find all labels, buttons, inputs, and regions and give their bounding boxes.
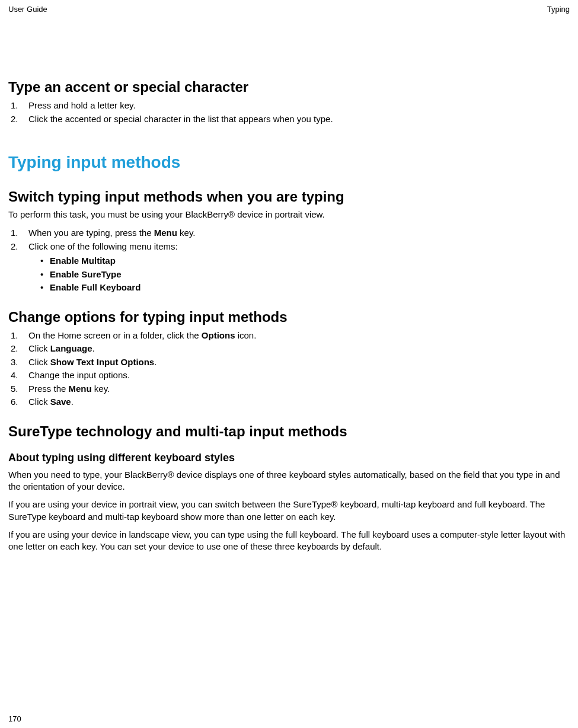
heading-suretype: SureType technology and multi-tap input … [8,423,570,440]
header-left: User Guide [8,5,47,14]
list-item: On the Home screen or in a folder, click… [8,329,570,343]
heading-change-options: Change options for typing input methods [8,309,570,325]
list-item: Enable Full Keyboard [40,281,570,295]
list-item: Press the Menu key. [8,382,570,396]
heading-accent: Type an accent or special character [8,79,570,95]
list-item: Click Language. [8,342,570,356]
subheading-keyboard-styles: About typing using different keyboard st… [8,452,570,464]
heading-typing-input: Typing input methods [8,153,570,172]
list-item: Change the input options. [8,369,570,382]
section-switch-methods: Switch typing input methods when you are… [8,189,570,295]
paragraph: If you are using your device in landscap… [8,529,570,553]
heading-switch: Switch typing input methods when you are… [8,189,570,205]
section-accent-char: Type an accent or special character Pres… [8,79,570,126]
paragraph: When you need to type, your BlackBerry® … [8,469,570,493]
list-item: Click the accented or special character … [8,113,570,126]
page-header: User Guide Typing [8,5,570,14]
steps-change-options: On the Home screen or in a folder, click… [8,329,570,409]
list-item: Click Save. [8,395,570,409]
paragraph: If you are using your device in portrait… [8,499,570,523]
steps-accent: Press and hold a letter key. Click the a… [8,99,570,126]
list-item: Press and hold a letter key. [8,99,570,113]
list-item: Enable SureType [40,268,570,282]
list-item: Click one of the following menu items: E… [8,240,570,295]
page-number: 170 [8,714,21,723]
section-suretype: SureType technology and multi-tap input … [8,423,570,553]
header-right: Typing [547,5,570,14]
steps-switch: When you are typing, press the Menu key.… [8,226,570,295]
list-item: Click Show Text Input Options. [8,356,570,369]
list-item: Enable Multitap [40,254,570,268]
intro-switch: To perform this task, you must be using … [8,209,570,221]
section-change-options: Change options for typing input methods … [8,309,570,409]
bullets-switch: Enable Multitap Enable SureType Enable F… [28,254,570,295]
list-item: When you are typing, press the Menu key. [8,226,570,240]
